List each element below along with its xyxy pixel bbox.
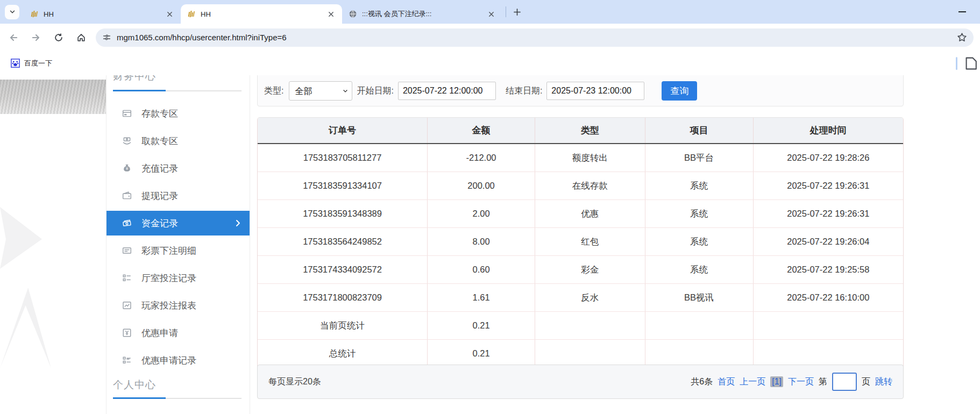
sidebar-section-finance: 财务中心 [113, 75, 156, 83]
table-cell: 1.61 [428, 284, 535, 312]
bookmark-star-icon[interactable] [957, 32, 967, 42]
reload-button[interactable] [49, 28, 68, 47]
table-cell: 200.00 [428, 172, 535, 200]
sidebar-item-label: 优惠申请记录 [141, 354, 196, 367]
type-label: 类型: [264, 85, 283, 97]
tab-hh-1[interactable]: HH [24, 4, 181, 24]
close-icon[interactable] [325, 8, 337, 20]
table-header-cell: 处理时间 [753, 118, 903, 144]
table-row: 17531835642498528.00红包系统2025-07-22 19:26… [258, 228, 903, 256]
first-page-link[interactable]: 首页 [718, 376, 735, 388]
funds-banknotes-icon [122, 218, 132, 229]
table-cell: 2025-07-22 19:25:58 [753, 256, 903, 284]
records-table: 订单号金额类型项目处理时间 1753183705811277-212.00额度转… [258, 118, 903, 367]
sidebar-item-promo-apply[interactable]: 优惠申请 [106, 320, 250, 345]
start-date-label: 开始日期: [357, 85, 393, 97]
type-select[interactable]: 全部 [289, 81, 352, 101]
recharge-moneybag-icon: ¥ [122, 163, 132, 174]
table-cell: 1753183591334107 [258, 172, 428, 200]
svg-text:¥: ¥ [126, 166, 129, 171]
sidebar-item-player-bet-report[interactable]: 玩家投注报表 [106, 293, 250, 318]
sidebar-item-deposit[interactable]: 存款专区 [106, 101, 250, 126]
sidebar-item-label: 玩家投注报表 [141, 299, 196, 312]
pagination-bar: 每页显示20条 共6条 首页 上一页 [1] 下一页 第 页 跳转 [257, 365, 904, 399]
sidebar-item-label: 充值记录 [141, 162, 178, 175]
sidebar-item-funds-records[interactable]: 资金记录 [106, 211, 250, 235]
table-cell: 0.21 [428, 312, 535, 340]
table-cell: 总统计 [258, 340, 428, 368]
start-date-input[interactable] [398, 82, 496, 100]
hh-logo-icon [187, 10, 196, 18]
table-cell: 1753183564249852 [258, 228, 428, 256]
site-info-icon[interactable] [102, 33, 111, 42]
table-cell: 彩金 [535, 256, 645, 284]
omnibox[interactable]: mgm1065.com/hhcp/usercenter.html?iniType… [96, 28, 974, 47]
sidebar-item-hall-bet-records[interactable]: 厅室投注记录 [106, 266, 250, 290]
jump-suffix-text: 页 [862, 376, 870, 388]
tab-search-button[interactable] [5, 5, 19, 19]
browser-toolbar: mgm1065.com/hhcp/usercenter.html?iniType… [0, 24, 980, 51]
table-cell: 优惠 [535, 200, 645, 228]
forward-arrow-icon [31, 33, 41, 42]
search-button[interactable]: 查询 [662, 81, 697, 101]
promo-record-list-icon [122, 355, 132, 366]
table-cell: 额度转出 [535, 144, 645, 172]
sidebar-menu: 存款专区 取款专区 ¥ 充值记录 [106, 101, 250, 375]
page-size-text: 每页显示20条 [268, 376, 321, 388]
sidebar-item-recharge-records[interactable]: ¥ 充值记录 [106, 156, 250, 181]
end-date-input[interactable] [546, 82, 644, 100]
records-table-wrap: 订单号金额类型项目处理时间 1753183705811277-212.00额度转… [257, 117, 904, 368]
back-button[interactable] [4, 28, 23, 47]
filter-panel: 类型: 全部 开始日期: 结束日期: 查询 [257, 75, 904, 106]
bookmark-baidu[interactable]: 百度一下 [8, 56, 55, 70]
table-cell: 1753183591348389 [258, 200, 428, 228]
close-icon[interactable] [164, 8, 175, 20]
table-cell: BB平台 [645, 144, 753, 172]
table-cell: 1753171800823709 [258, 284, 428, 312]
table-cell: 系统 [645, 200, 753, 228]
table-cell: 2025-07-22 19:28:26 [753, 144, 903, 172]
globe-icon [349, 10, 357, 18]
forward-button[interactable] [27, 28, 45, 47]
promo-apply-icon [122, 327, 132, 338]
table-row: 1753183705811277-212.00额度转出BB平台2025-07-2… [258, 144, 903, 172]
sidebar-item-lottery-bet-detail[interactable]: 彩票下注明细 [106, 238, 250, 263]
sidebar-section-personal: 个人中心 [113, 378, 156, 392]
new-tab-button[interactable] [509, 4, 524, 19]
minimize-button[interactable] [954, 4, 970, 20]
jump-page-input[interactable] [832, 373, 857, 391]
table-cell [645, 340, 753, 368]
deposit-card-icon [122, 108, 132, 119]
url-text[interactable]: mgm1065.com/hhcp/usercenter.html?iniType… [117, 33, 957, 42]
home-icon [76, 33, 86, 42]
table-header-cell: 项目 [645, 118, 753, 144]
home-button[interactable] [72, 28, 90, 47]
table-cell: 在线存款 [535, 172, 645, 200]
jump-button[interactable]: 跳转 [875, 376, 892, 388]
table-cell: 0.60 [428, 256, 535, 284]
chevron-down-icon [9, 8, 16, 16]
prev-page-link[interactable]: 上一页 [740, 376, 765, 388]
close-icon[interactable] [485, 8, 497, 20]
withdraw-hand-icon [122, 135, 132, 146]
sidebar-item-withdrawal-records[interactable]: 提现记录 [106, 183, 250, 208]
sidebar-item-withdraw[interactable]: 取款专区 [106, 129, 250, 153]
table-row: 总统计0.21 [258, 340, 903, 368]
tab-hh-2-active[interactable]: HH [181, 4, 342, 24]
tab-strip: HH HH :::视讯 会员下注纪录::: [0, 0, 980, 24]
watermark-triangle [0, 207, 42, 269]
sidebar-item-label: 优惠申请 [141, 327, 178, 339]
table-row: 17531743340925720.60彩金系统2025-07-22 19:25… [258, 256, 903, 284]
sidebar-item-promo-apply-records[interactable]: 优惠申请记录 [106, 348, 250, 373]
baidu-paw-icon [11, 59, 20, 68]
jump-prefix-text: 第 [819, 376, 827, 388]
minimize-icon [958, 11, 966, 12]
table-cell: BB视讯 [645, 284, 753, 312]
table-cell: -212.00 [428, 144, 535, 172]
tab-video-records[interactable]: :::视讯 会员下注纪录::: [342, 4, 502, 24]
table-header-cell: 订单号 [258, 118, 428, 144]
left-watermark-zone [0, 75, 106, 414]
page-file-icon[interactable] [964, 56, 980, 70]
next-page-link[interactable]: 下一页 [788, 376, 814, 388]
table-cell: 系统 [645, 228, 753, 256]
